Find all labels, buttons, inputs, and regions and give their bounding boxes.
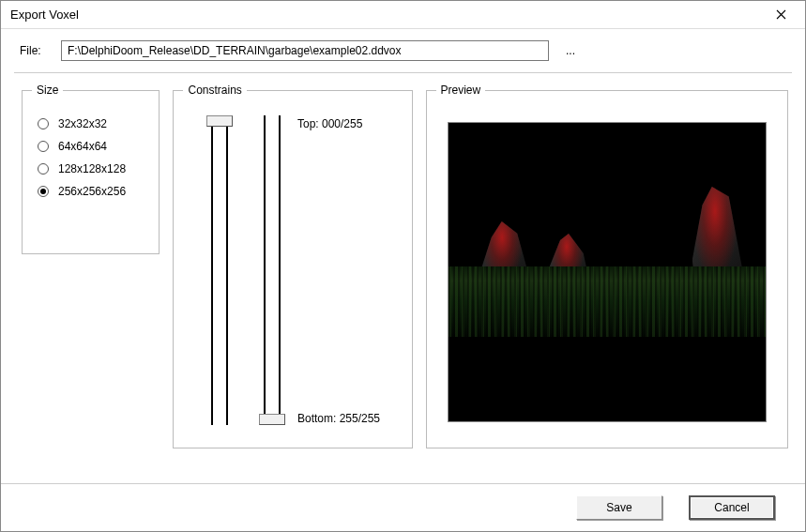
constrain-labels: Top: 000/255 Bottom: 255/255	[297, 108, 380, 436]
size-group: Size 32x32x32 64x64x64 128x128x128 256x2…	[22, 90, 160, 254]
size-option-64[interactable]: 64x64x64	[38, 140, 144, 153]
browse-button[interactable]: ...	[562, 44, 579, 57]
radio-icon	[38, 141, 49, 152]
export-voxel-dialog: Export Voxel File: ... Size 32x32x32 64x…	[0, 0, 806, 532]
radio-icon	[38, 163, 49, 175]
slider-area	[205, 108, 286, 436]
slider-track	[264, 115, 281, 425]
preview-legend: Preview	[436, 84, 486, 97]
main-content: Size 32x32x32 64x64x64 128x128x128 256x2…	[1, 73, 805, 478]
size-option-32[interactable]: 32x32x32	[38, 117, 144, 130]
top-value-label: Top: 000/255	[297, 117, 380, 130]
close-icon	[776, 9, 786, 20]
size-option-label: 128x128x128	[58, 162, 126, 175]
size-option-128[interactable]: 128x128x128	[38, 162, 144, 175]
top-slider[interactable]	[205, 115, 234, 425]
bottom-value-label: Bottom: 255/255	[297, 412, 380, 425]
preview-canvas	[448, 122, 767, 422]
file-row: File: ...	[1, 29, 805, 70]
titlebar: Export Voxel	[1, 1, 805, 29]
button-row: Save Cancel	[1, 484, 805, 531]
size-option-256[interactable]: 256x256x256	[38, 185, 144, 198]
cancel-button[interactable]: Cancel	[689, 495, 775, 520]
constrains-legend: Constrains	[183, 84, 246, 97]
slider-track	[211, 115, 228, 425]
file-path-input[interactable]	[61, 40, 549, 61]
preview-group: Preview	[426, 90, 788, 448]
bottom-slider[interactable]	[258, 115, 286, 425]
size-option-label: 64x64x64	[58, 140, 107, 153]
slider-thumb[interactable]	[206, 115, 233, 127]
size-option-label: 256x256x256	[58, 185, 126, 198]
constrains-group: Constrains Top: 000/255 Bottom: 255/255	[173, 90, 412, 448]
size-option-label: 32x32x32	[58, 117, 107, 130]
radio-icon	[38, 186, 49, 197]
close-button[interactable]	[764, 4, 798, 26]
file-label: File:	[20, 44, 48, 57]
save-button[interactable]: Save	[576, 495, 662, 520]
radio-icon	[38, 118, 49, 129]
slider-thumb[interactable]	[259, 414, 285, 425]
size-legend: Size	[32, 84, 63, 97]
window-title: Export Voxel	[10, 8, 79, 22]
terrain-ground	[449, 266, 766, 337]
